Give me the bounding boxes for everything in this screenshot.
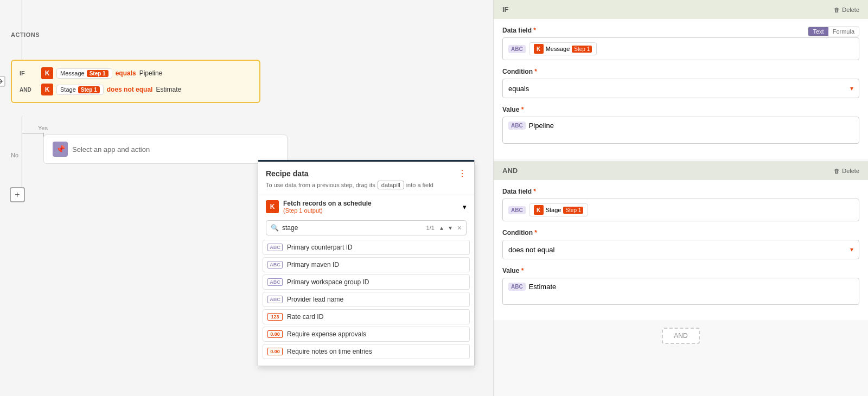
recipe-panel: Recipe data ⋮ To use data from a previou… (258, 160, 475, 366)
abc-badge-and: ABC (508, 206, 526, 214)
text-formula-toggle: Text Formula (808, 27, 859, 36)
and-condition-label: Condition * (502, 229, 859, 237)
list-item[interactable]: 0.00 Require notes on time entries (263, 344, 470, 359)
and-data-field-group: Data field * ABC K Stage Step 1 (502, 188, 859, 221)
yes-label: Yes (38, 125, 48, 131)
text-toggle-btn[interactable]: Text (808, 27, 828, 36)
and-row: AND K Stage Step 1 does not equal Estima… (20, 84, 252, 95)
item-label: Rate card ID (287, 313, 323, 321)
list-item[interactable]: ABC Primary workspace group ID (263, 274, 470, 290)
if-condition-section: IF 🗑 Delete Data field * Text Formula AB… (494, 0, 868, 159)
if-data-field-label: Data field * Text Formula (502, 27, 859, 34)
select-action-icon: 📌 (53, 142, 68, 157)
step-chevron: ▾ (463, 203, 467, 211)
search-count: 1/1 (426, 225, 435, 231)
type-badge-abc: ABC (267, 261, 283, 269)
if-condition-text: equals (116, 69, 136, 77)
and-pill-step-badge: Step 1 (563, 207, 583, 214)
if-section-header: IF 🗑 Delete (494, 0, 868, 19)
plus-button[interactable]: + (10, 187, 25, 202)
and-data-field-label: Data field * (502, 188, 859, 195)
if-block-icon (0, 76, 5, 87)
and-condition-group: Condition * does not equal ▾ (502, 229, 859, 259)
recipe-subtitle: To use data from a previous step, drag i… (258, 181, 474, 195)
type-badge-num: 0.00 (267, 348, 283, 355)
select-action-label: Select an app and action (72, 145, 150, 154)
clear-search-btn[interactable]: × (457, 223, 462, 232)
if-message-pill: Message Step 1 (56, 68, 112, 79)
and-condition-text: does not equal (107, 86, 153, 93)
step-k-icon: K (266, 200, 279, 213)
if-section-tag: IF (502, 5, 509, 14)
list-item[interactable]: ABC Primary counterpart ID (263, 240, 470, 255)
datapill-badge: datapill (378, 181, 404, 189)
item-label: Require notes on time entries (287, 348, 372, 355)
nav-buttons: ▴ ▾ (438, 223, 454, 233)
item-label: Require expense approvals (287, 330, 366, 338)
recipe-menu-icon[interactable]: ⋮ (458, 168, 467, 178)
if-condition-group: Condition * equals ▾ (502, 68, 859, 98)
step-left: K Fetch records on a schedule (Step 1 ou… (266, 200, 372, 214)
if-row: IF K Message Step 1 equals Pipeline (20, 67, 252, 79)
pill-step-badge: Step 1 (572, 46, 592, 53)
if-section-body: Data field * Text Formula ABC K Message … (494, 19, 868, 159)
item-label: Provider lead name (287, 296, 343, 303)
if-condition-label: Condition * (502, 68, 859, 75)
and-dropdown-arrow-icon: ▾ (850, 246, 853, 253)
list-item[interactable]: ABC Primary maven ID (263, 257, 470, 272)
if-value-area[interactable]: ABC Pipeline (502, 117, 859, 144)
and-value-area[interactable]: ABC Estimate (502, 278, 859, 305)
step-info: Fetch records on a schedule (Step 1 outp… (283, 200, 372, 214)
type-badge-num: 0.00 (267, 330, 283, 338)
formula-toggle-btn[interactable]: Formula (828, 27, 859, 36)
and-delete-button[interactable]: 🗑 Delete (834, 168, 859, 174)
and-condition-dropdown[interactable]: does not equal ▾ (502, 240, 859, 259)
abc-badge: ABC (508, 45, 526, 53)
abc-badge-and-value: ABC (508, 283, 526, 291)
recipe-title: Recipe data (266, 169, 309, 178)
search-icon: 🔍 (271, 224, 279, 232)
type-badge-abc: ABC (267, 278, 283, 286)
right-panel: IF 🗑 Delete Data field * Text Formula AB… (494, 0, 868, 396)
actions-label: ACTIONS (11, 31, 40, 38)
and-condition-section: AND 🗑 Delete Data field * ABC K Stage St… (494, 161, 868, 320)
and-stage-pill: Stage Step 1 (56, 85, 104, 95)
list-item[interactable]: ABC Provider lead name (263, 292, 470, 307)
search-box: 🔍 1/1 ▴ ▾ × (266, 220, 467, 235)
and-value-group: Value * ABC Estimate (502, 267, 859, 305)
and-data-field-input[interactable]: ABC K Stage Step 1 (502, 199, 859, 221)
h-line-1 (22, 133, 43, 133)
step-section[interactable]: K Fetch records on a schedule (Step 1 ou… (258, 195, 474, 218)
select-action-block[interactable]: 📌 Select an app and action (43, 135, 288, 164)
and-section-body: Data field * ABC K Stage Step 1 Conditio… (494, 180, 868, 320)
if-value-text: Pipeline (139, 69, 163, 77)
search-input[interactable] (282, 224, 423, 232)
dropdown-arrow-icon: ▾ (850, 85, 853, 92)
and-value-text: Estimate (156, 86, 181, 93)
if-block: IF K Message Step 1 equals Pipeline AND … (11, 60, 260, 103)
abc-badge-value: ABC (508, 122, 526, 130)
item-label: Primary workspace group ID (287, 278, 369, 286)
list-item[interactable]: 123 Rate card ID (263, 309, 470, 324)
if-data-field-input[interactable]: ABC K Message Step 1 (502, 37, 859, 60)
if-k-icon: K (41, 67, 53, 79)
and-pill-k-icon: K (534, 205, 544, 215)
recipe-header: Recipe data ⋮ (258, 162, 474, 181)
v-line-1 (22, 117, 22, 133)
item-label: Primary maven ID (287, 261, 339, 269)
if-value-group: Value * ABC Pipeline (502, 106, 859, 144)
if-data-field-group: Data field * Text Formula ABC K Message … (502, 27, 859, 60)
nav-up-btn[interactable]: ▴ (438, 223, 445, 233)
and-add-button[interactable]: AND (662, 328, 699, 344)
and-section-tag: AND (502, 167, 518, 175)
left-panel: ACTIONS IF K Message Step 1 equals Pipel… (0, 0, 494, 396)
and-k-icon: K (41, 84, 53, 95)
data-items-list: ABC Primary counterpart ID ABC Primary m… (258, 240, 474, 366)
if-condition-dropdown[interactable]: equals ▾ (502, 79, 859, 98)
type-badge-num: 123 (267, 313, 283, 321)
list-item[interactable]: 0.00 Require expense approvals (263, 327, 470, 342)
if-delete-button[interactable]: 🗑 Delete (834, 7, 859, 13)
if-label: IF (20, 70, 38, 76)
stage-pill: K Stage Step 1 (529, 203, 589, 216)
nav-down-btn[interactable]: ▾ (446, 223, 454, 233)
